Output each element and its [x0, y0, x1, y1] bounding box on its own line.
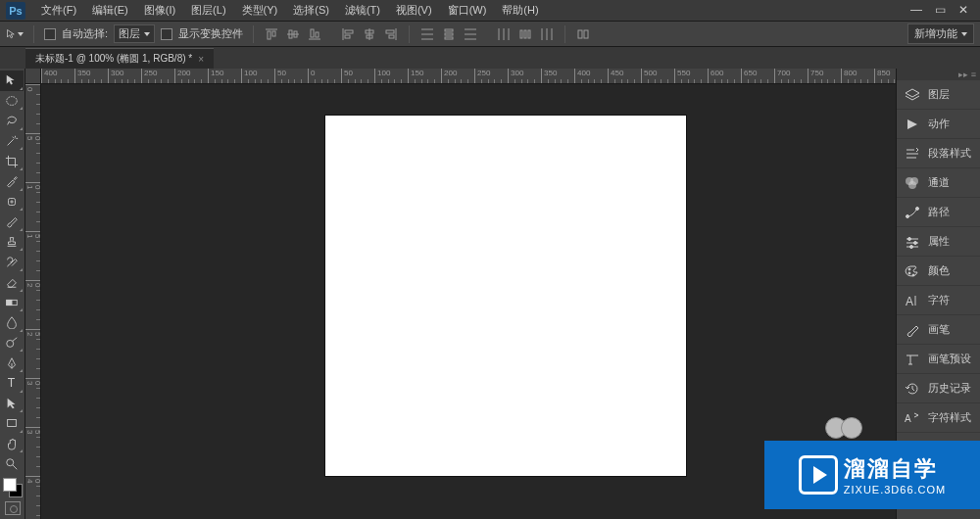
layers-icon: [905, 88, 920, 102]
magic-wand-tool[interactable]: [0, 131, 24, 152]
healing-tool[interactable]: [0, 192, 24, 212]
chevron-down-icon: [961, 32, 967, 36]
svg-point-56: [912, 274, 914, 276]
auto-select-checkbox[interactable]: [44, 28, 56, 40]
distribute-left-icon[interactable]: [496, 26, 512, 42]
play-icon: [905, 118, 920, 131]
paths-icon: [905, 206, 920, 219]
svg-text:A: A: [905, 413, 911, 424]
menu-help[interactable]: 帮助(H): [494, 0, 546, 21]
auto-select-dropdown[interactable]: 图层: [114, 24, 155, 43]
svg-rect-31: [524, 30, 526, 38]
panel-actions[interactable]: 动作: [897, 110, 980, 139]
align-hcenter-icon[interactable]: [362, 26, 377, 42]
path-select-tool[interactable]: [0, 394, 24, 414]
menu-layer[interactable]: 图层(L): [183, 0, 233, 21]
svg-text:T: T: [8, 377, 16, 391]
brush-tool[interactable]: [0, 212, 24, 232]
color-icon: [905, 264, 920, 278]
watermark-mascot: [825, 417, 862, 439]
menu-type[interactable]: 类型(Y): [234, 0, 286, 21]
align-right-icon[interactable]: [383, 26, 399, 42]
distribute-hcenter-icon[interactable]: [517, 26, 533, 42]
horizontal-ruler[interactable]: 4003503002502001501005005010015020025030…: [41, 69, 896, 84]
panel-channels[interactable]: 通道: [897, 168, 980, 198]
menu-file[interactable]: 文件(F): [33, 0, 84, 21]
distribute-top-icon[interactable]: [419, 26, 435, 42]
stamp-tool[interactable]: [0, 232, 24, 253]
svg-rect-7: [311, 29, 314, 37]
svg-rect-44: [8, 420, 17, 427]
menu-window[interactable]: 窗口(W): [440, 0, 495, 21]
new-feature-dropdown[interactable]: 新增功能: [907, 24, 974, 44]
chevron-down-icon: [144, 32, 150, 36]
menu-view[interactable]: 视图(V): [388, 0, 440, 21]
align-left-icon[interactable]: [340, 26, 356, 42]
minimize-button[interactable]: —: [906, 3, 927, 19]
svg-rect-21: [445, 29, 453, 31]
panel-collapse-bar[interactable]: ▸▸≡: [897, 69, 980, 80]
move-tool[interactable]: [0, 71, 24, 91]
align-top-icon[interactable]: [264, 26, 279, 42]
hand-tool[interactable]: [0, 434, 24, 454]
menu-image[interactable]: 图像(I): [136, 0, 183, 21]
show-transform-checkbox[interactable]: [161, 28, 172, 40]
svg-rect-22: [445, 33, 453, 35]
options-bar: 自动选择: 图层 显示变换控件 新增功能: [0, 22, 980, 47]
document-tab[interactable]: 未标题-1 @ 100% (椭圆 1, RGB/8) * ×: [25, 48, 214, 69]
panel-color[interactable]: 颜色: [897, 257, 980, 286]
svg-rect-37: [584, 30, 588, 38]
panel-paragraph-styles[interactable]: 段落样式: [897, 139, 980, 168]
eraser-tool[interactable]: [0, 272, 24, 293]
distribute-right-icon[interactable]: [539, 26, 555, 42]
play-logo-icon: [799, 455, 838, 495]
crop-tool[interactable]: [0, 151, 24, 171]
show-transform-label: 显示变换控件: [178, 26, 243, 41]
zoom-tool[interactable]: [0, 453, 24, 474]
shape-tool[interactable]: [0, 413, 24, 434]
marquee-tool[interactable]: [0, 91, 24, 112]
dodge-tool[interactable]: [0, 333, 24, 354]
distribute-bottom-icon[interactable]: [463, 26, 478, 42]
menu-filter[interactable]: 滤镜(T): [337, 0, 388, 21]
type-tool[interactable]: T: [0, 373, 24, 394]
color-swatches[interactable]: [0, 474, 24, 519]
panel-layers[interactable]: 图层: [897, 80, 980, 110]
lasso-tool[interactable]: [0, 111, 24, 131]
ruler-corner: [25, 69, 41, 84]
align-bottom-icon[interactable]: [307, 26, 322, 42]
app-logo: Ps: [6, 2, 25, 20]
watermark-title: 溜溜自学: [844, 454, 946, 484]
quick-mask-icon[interactable]: [5, 501, 21, 515]
svg-rect-16: [386, 30, 394, 33]
auto-align-icon[interactable]: [575, 26, 591, 42]
pen-tool[interactable]: [0, 353, 24, 373]
panel-character[interactable]: A 字符: [897, 286, 980, 315]
maximize-button[interactable]: ▭: [929, 3, 951, 19]
svg-rect-23: [445, 37, 453, 39]
vertical-ruler[interactable]: 050100150200250300350400450: [25, 84, 41, 519]
panel-paths[interactable]: 路径: [897, 198, 980, 227]
panel-brush-presets[interactable]: 画笔预设: [897, 345, 980, 374]
panel-properties[interactable]: 属性: [897, 227, 980, 257]
close-tab-icon[interactable]: ×: [198, 54, 204, 65]
history-brush-tool[interactable]: [0, 252, 24, 272]
document-tab-label: 未标题-1 @ 100% (椭圆 1, RGB/8) *: [35, 52, 192, 66]
close-button[interactable]: ✕: [953, 3, 974, 19]
panel-char-styles[interactable]: A 字符样式: [897, 403, 980, 433]
auto-select-label: 自动选择:: [62, 26, 108, 41]
gradient-tool[interactable]: [0, 293, 24, 313]
panel-brush[interactable]: 画笔: [897, 315, 980, 345]
eyedropper-tool[interactable]: [0, 171, 24, 192]
foreground-color[interactable]: [3, 478, 17, 492]
distribute-vcenter-icon[interactable]: [441, 26, 457, 42]
align-vcenter-icon[interactable]: [285, 26, 301, 42]
para-styles-icon: [905, 147, 920, 161]
history-icon: [905, 382, 920, 396]
blur-tool[interactable]: [0, 312, 24, 333]
panel-history[interactable]: 历史记录: [897, 374, 980, 403]
artboard[interactable]: [325, 116, 686, 476]
svg-point-55: [908, 272, 910, 274]
menu-select[interactable]: 选择(S): [285, 0, 337, 21]
menu-edit[interactable]: 编辑(E): [84, 0, 136, 21]
